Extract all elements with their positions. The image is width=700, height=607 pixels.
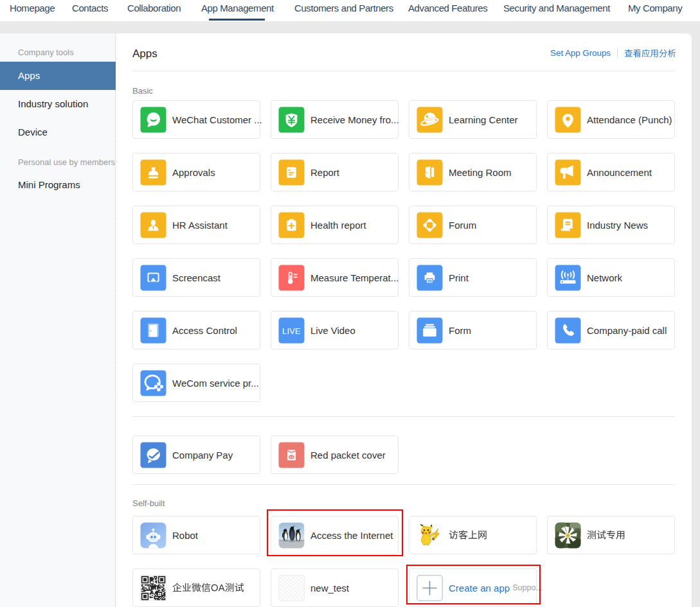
svg-text:LIVE: LIVE — [282, 326, 301, 336]
